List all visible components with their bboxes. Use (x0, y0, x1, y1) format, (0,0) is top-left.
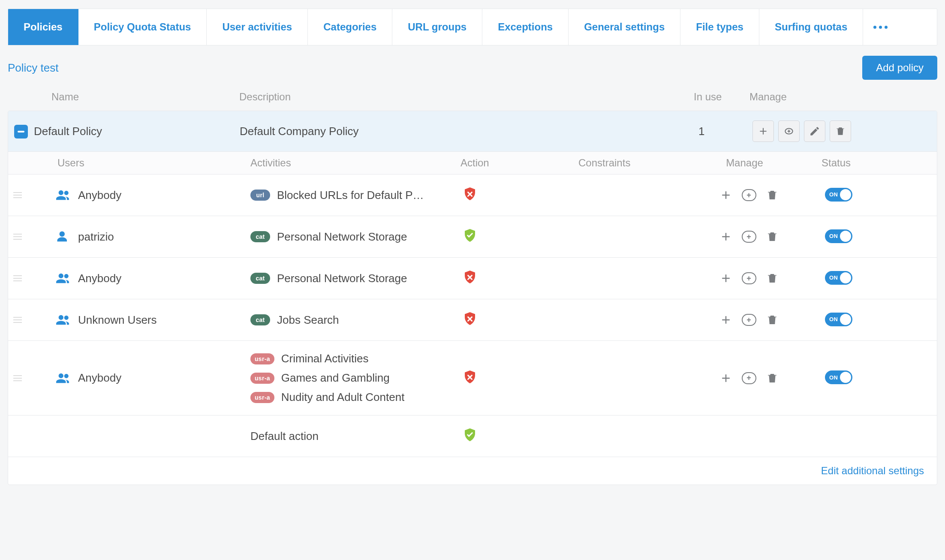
activity-item: usr-aGames and Gambling (250, 371, 452, 385)
tab-url-groups[interactable]: URL groups (392, 9, 482, 45)
col-users-header: Users (32, 157, 250, 169)
page-root: PoliciesPolicy Quota StatusUser activiti… (0, 0, 945, 498)
rule-manage-cell (694, 372, 804, 385)
users-group-icon (55, 313, 70, 326)
status-toggle[interactable]: ON (825, 229, 852, 243)
policy-add-button[interactable] (752, 120, 774, 142)
rule-row: Anybodyusr-aCriminal Activitiesusr-aGame… (8, 341, 937, 415)
activity-label: Games and Gambling (281, 371, 390, 385)
user-label: Unknown Users (78, 313, 157, 327)
tabbar: PoliciesPolicy Quota StatusUser activiti… (8, 9, 937, 45)
collapse-icon[interactable] (14, 125, 28, 138)
subbar: Policy test Add policy (8, 56, 937, 80)
activity-item: usr-aCriminal Activities (250, 352, 452, 365)
activity-item: urlBlocked URLs for Default P… (250, 189, 452, 202)
action-cell (460, 310, 578, 329)
policy-test-link[interactable]: Policy test (8, 61, 59, 75)
activity-badge-cat: cat (250, 231, 270, 242)
status-toggle[interactable]: ON (825, 271, 852, 285)
policy-edit-button[interactable] (804, 120, 825, 142)
activities-cell: catPersonal Network Storage (250, 272, 460, 285)
users-group-icon (55, 189, 70, 202)
default-action-label: Default action (250, 430, 452, 443)
tab-categories[interactable]: Categories (308, 9, 392, 45)
status-toggle[interactable]: ON (825, 370, 852, 384)
activity-item: catJobs Search (250, 313, 452, 327)
rule-clone-button[interactable] (742, 231, 756, 243)
drag-handle[interactable] (8, 317, 32, 323)
user-label: Anybody (78, 189, 121, 202)
shield-block-icon (462, 310, 478, 327)
drag-handle[interactable] (8, 375, 32, 381)
col-inuse-header: In use (694, 91, 749, 103)
drag-handle[interactable] (8, 192, 32, 198)
tab-user-activities[interactable]: User activities (207, 9, 308, 45)
status-cell: ON (804, 229, 864, 244)
rule-row: Default action (8, 415, 937, 457)
activity-label: Personal Network Storage (277, 230, 407, 244)
rule-clone-button[interactable] (742, 272, 756, 284)
activity-badge-cat: cat (250, 314, 270, 325)
tab-general-settings[interactable]: General settings (569, 9, 680, 45)
activities-cell: Default action (250, 430, 460, 443)
tab-policies[interactable]: Policies (8, 9, 78, 45)
shield-allow-icon (462, 227, 478, 244)
activity-badge-url: url (250, 190, 270, 201)
tab-policy-quota-status[interactable]: Policy Quota Status (78, 9, 207, 45)
user-label: patrizio (78, 230, 114, 244)
tab-surfing-quotas[interactable]: Surfing quotas (759, 9, 863, 45)
rule-delete-button[interactable] (766, 272, 779, 285)
edit-additional-settings-link[interactable]: Edit additional settings (821, 465, 924, 476)
add-policy-button[interactable]: Add policy (862, 56, 937, 80)
user-icon (55, 230, 70, 243)
rule-row: AnybodycatPersonal Network StorageON (8, 258, 937, 299)
rule-manage-cell (694, 313, 804, 326)
tab-exceptions[interactable]: Exceptions (482, 9, 569, 45)
rule-delete-button[interactable] (766, 189, 779, 202)
status-toggle[interactable]: ON (825, 313, 852, 326)
rule-delete-button[interactable] (766, 313, 779, 326)
shield-block-icon (462, 369, 478, 385)
activity-badge-usra: usr-a (250, 373, 274, 384)
rule-add-button[interactable] (719, 313, 732, 326)
rule-clone-button[interactable] (742, 189, 756, 201)
activity-badge-usra: usr-a (250, 353, 274, 364)
outer-header-row: Name Description In use Manage (8, 86, 937, 111)
status-toggle[interactable]: ON (825, 188, 852, 202)
policy-inuse-count: 1 (694, 125, 750, 138)
user-label: Anybody (78, 272, 121, 285)
drag-handle[interactable] (8, 234, 32, 240)
rule-clone-button[interactable] (742, 372, 756, 384)
policy-name: Default Policy (34, 125, 240, 138)
rule-add-button[interactable] (719, 230, 732, 243)
rule-add-button[interactable] (719, 372, 732, 385)
policy-header-row: Default Policy Default Company Policy 1 (8, 111, 937, 151)
rule-add-button[interactable] (719, 189, 732, 202)
policy-group: Default Policy Default Company Policy 1 (8, 111, 937, 485)
activity-label: Criminal Activities (281, 352, 369, 365)
user-cell: Anybody (32, 189, 250, 202)
rule-clone-button[interactable] (742, 314, 756, 326)
rules-container: AnybodyurlBlocked URLs for Default P…ONp… (8, 175, 937, 457)
activities-cell: urlBlocked URLs for Default P… (250, 189, 460, 202)
drag-handle[interactable] (8, 275, 32, 281)
col-action-header: Action (460, 157, 578, 169)
rule-delete-button[interactable] (766, 230, 779, 243)
col-activities-header: Activities (250, 157, 460, 169)
policy-delete-button[interactable] (830, 120, 851, 142)
col-rule-manage-header: Manage (694, 157, 804, 169)
activity-label: Blocked URLs for Default P… (277, 189, 424, 202)
tabs-more-button[interactable] (863, 9, 897, 45)
rule-add-button[interactable] (719, 272, 732, 285)
rule-delete-button[interactable] (766, 372, 779, 385)
policy-clone-button[interactable] (778, 120, 800, 142)
tab-file-types[interactable]: File types (680, 9, 759, 45)
activity-label: Jobs Search (277, 313, 339, 327)
inner-header-row: Users Activities Action Constraints Mana… (8, 151, 937, 175)
col-constraints-header: Constraints (578, 157, 694, 169)
status-cell: ON (804, 271, 864, 286)
action-cell (460, 427, 578, 446)
more-icon (873, 26, 888, 29)
rule-row: Unknown UserscatJobs SearchON (8, 299, 937, 341)
col-name-header: Name (33, 91, 239, 103)
